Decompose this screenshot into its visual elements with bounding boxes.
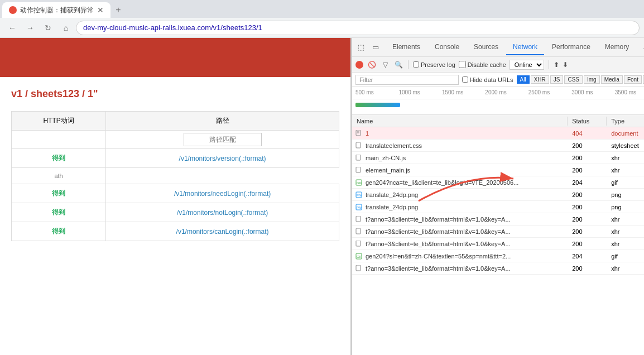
filter-xhr[interactable]: XHR — [531, 75, 549, 84]
table-row[interactable]: t?anno=3&client=te_lib&format=html&v=1.0… — [352, 226, 644, 238]
tick-500: 500 ms — [354, 89, 397, 95]
disable-cache-label[interactable]: Disable cache — [459, 61, 506, 68]
col-header-path: 路径 — [106, 112, 339, 131]
table-row[interactable]: main_zh-CN.js 200 xhr — [352, 152, 644, 164]
svg-rect-3 — [356, 142, 361, 148]
tick-1000: 1000 ms — [397, 89, 440, 95]
timeline-area: 500 ms 1000 ms 1500 ms 2000 ms 2500 ms 3… — [352, 87, 644, 115]
devtools-tabs: ⬚ ▭ Elements Console Sources Network Per… — [352, 38, 644, 57]
hide-urls-checkbox[interactable] — [462, 76, 468, 83]
svg-text:GIF: GIF — [357, 181, 362, 185]
row-type: xhr — [607, 239, 644, 248]
row-png-icon: PNG — [354, 203, 363, 212]
row-name: t?anno=3&client=te_lib&format=html&v=1.0… — [363, 227, 568, 236]
row-png-icon: PNG — [354, 190, 363, 199]
svg-rect-12 — [356, 216, 361, 222]
path-cell: /v1/monitors/needLogin(.:format) — [106, 184, 339, 203]
tab-favicon — [9, 6, 17, 14]
throttle-select[interactable]: Online — [510, 60, 544, 70]
row-name: gen204?nca=te_li&client=te_lib&logId=vTE… — [363, 178, 568, 187]
method-cell: 得到 — [12, 222, 106, 241]
active-tab[interactable]: 动作控制器：捕获到异常 ✕ — [2, 2, 110, 18]
search-icon[interactable]: 🔍 — [393, 60, 403, 70]
row-name: t?anno=3&client=te_lib&format=html&v=1.0… — [363, 239, 568, 248]
preserve-log-label[interactable]: Preserve log — [413, 61, 455, 68]
path-cell: /v1/monitors/canLogin(.:format) — [106, 222, 339, 241]
forward-button[interactable]: → — [22, 20, 38, 36]
row-status: 204 — [568, 178, 607, 187]
tab-console[interactable]: Console — [428, 40, 466, 55]
table-row[interactable]: GIF gen204?sl=en&tl=zh-CN&textlen=55&sp=… — [352, 250, 644, 262]
row-type: stylesheet — [607, 141, 644, 150]
filter-media[interactable]: Media — [601, 75, 623, 84]
tab-elements[interactable]: Elements — [386, 40, 427, 55]
row-file-icon — [354, 141, 363, 150]
row-status: 200 — [568, 264, 607, 273]
header-name[interactable]: Name — [352, 117, 568, 126]
separator2 — [549, 60, 549, 69]
tab-performance[interactable]: Performance — [545, 40, 597, 55]
table-row[interactable]: t?anno=3&client=te_lib&format=html&v=1.0… — [352, 213, 644, 226]
table-row[interactable]: translateelement.css 200 stylesheet — [352, 140, 644, 152]
clear-button[interactable]: 🚫 — [367, 60, 377, 70]
path-filter-input[interactable] — [184, 133, 262, 146]
reload-button[interactable]: ↻ — [40, 20, 56, 36]
row-gif-icon: GIF — [354, 178, 363, 187]
row-type: png — [607, 190, 644, 199]
filter-row — [12, 131, 339, 149]
table-row[interactable]: 1 404 document — [352, 127, 644, 140]
hide-urls-label[interactable]: Hide data URLs — [462, 76, 513, 83]
table-row[interactable]: PNG translate_24dp.png 200 png — [352, 189, 644, 201]
address-bar: ← → ↻ ⌂ — [0, 18, 644, 38]
filter-font[interactable]: Font — [624, 75, 642, 84]
upload-button[interactable]: ⬆ — [554, 61, 559, 69]
header-status[interactable]: Status — [568, 117, 607, 126]
row-type: xhr — [607, 227, 644, 236]
tab-sources[interactable]: Sources — [467, 40, 505, 55]
table-row[interactable]: GIF gen204?nca=te_li&client=te_lib&logId… — [352, 176, 644, 189]
filter-icon[interactable]: ▽ — [380, 60, 390, 70]
svg-rect-4 — [356, 155, 361, 160]
filter-img[interactable]: Img — [584, 75, 600, 84]
download-button[interactable]: ⬇ — [563, 61, 568, 69]
tick-2500: 2500 ms — [527, 89, 570, 95]
table-row: 得到 /v1/monitors/notLogin(.:format) — [12, 203, 339, 222]
page-content: v1 / sheets123 / 1" HTTP动词 路径 得到 /v1/ — [0, 38, 352, 355]
row-name: t?anno=3&client=te_lib&format=html&v=1.0… — [363, 264, 568, 273]
home-button[interactable]: ⌂ — [58, 20, 74, 36]
disable-cache-checkbox[interactable] — [459, 61, 466, 68]
preserve-log-checkbox[interactable] — [413, 61, 419, 68]
devtools-toolbar: 🚫 ▽ 🔍 Preserve log Disable cache Online … — [352, 57, 644, 73]
tab-memory[interactable]: Memory — [598, 40, 636, 55]
row-status: 200 — [568, 239, 607, 248]
row-status: 200 — [568, 227, 607, 236]
header-type[interactable]: Type — [607, 117, 644, 126]
tab-close-button[interactable]: ✕ — [97, 6, 104, 15]
row-name: gen204?sl=en&tl=zh-CN&textlen=55&sp=nmt&… — [363, 252, 568, 261]
tab-more[interactable]: A — [637, 40, 644, 55]
table-row[interactable]: t?anno=3&client=te_lib&format=html&v=1.0… — [352, 262, 644, 275]
method-cell: 得到 — [12, 184, 106, 203]
table-row[interactable]: PNG translate_24dp.png 200 png — [352, 201, 644, 213]
inspect-icon[interactable]: ⬚ — [354, 41, 368, 54]
row-status: 200 — [568, 141, 607, 150]
svg-text:PNG: PNG — [357, 194, 362, 197]
device-icon[interactable]: ▭ — [369, 41, 382, 54]
row-type: xhr — [607, 153, 644, 162]
address-input[interactable] — [76, 21, 640, 35]
filter-bar: Hide data URLs All XHR JS CSS Img Media … — [352, 73, 644, 87]
tick-2000: 2000 ms — [484, 89, 527, 95]
record-button[interactable] — [355, 61, 363, 69]
filter-input[interactable] — [355, 75, 459, 85]
filter-css[interactable]: CSS — [564, 75, 583, 84]
filter-js[interactable]: JS — [550, 75, 564, 84]
row-gif-icon: GIF — [354, 252, 363, 261]
filter-all[interactable]: All — [517, 75, 530, 84]
tab-network[interactable]: Network — [506, 40, 544, 55]
table-row[interactable]: t?anno=3&client=te_lib&format=html&v=1.0… — [352, 238, 644, 250]
filter-type-buttons: All XHR JS CSS Img Media Font D — [517, 75, 644, 84]
back-button[interactable]: ← — [4, 20, 20, 36]
new-tab-button[interactable]: + — [110, 2, 126, 18]
svg-rect-14 — [356, 241, 361, 246]
table-row[interactable]: element_main.js 200 xhr — [352, 164, 644, 176]
